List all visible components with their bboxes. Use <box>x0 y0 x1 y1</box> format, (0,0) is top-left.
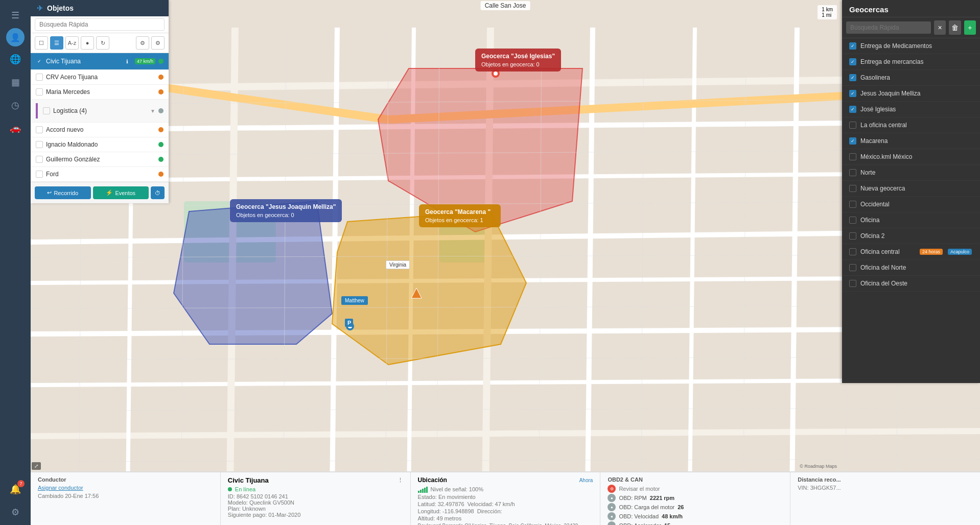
obj-checkbox[interactable] <box>36 156 43 163</box>
car-icon[interactable]: 🚗 <box>5 118 26 138</box>
filter-btn[interactable]: ⚙ <box>136 36 149 50</box>
obj-name: Logística (4) <box>53 107 147 114</box>
geo-checkbox[interactable]: ✓ <box>849 42 856 50</box>
obj-checkbox[interactable] <box>36 171 43 178</box>
svg-point-46 <box>348 324 352 328</box>
geo-checkbox[interactable] <box>849 264 856 271</box>
list-item[interactable]: Ford <box>31 167 169 182</box>
view-grid-btn[interactable]: ☐ <box>35 36 48 50</box>
geo-checkbox[interactable] <box>849 248 856 255</box>
info-btn[interactable]: ℹ <box>123 57 132 66</box>
svg-line-4 <box>31 122 980 130</box>
signal-label: Nivel de señal: 100% <box>431 486 483 492</box>
svg-line-9 <box>31 380 980 385</box>
obj-checkbox[interactable] <box>36 74 43 81</box>
expand-button[interactable]: ⤢ <box>32 462 41 470</box>
clock-icon[interactable]: ◷ <box>5 95 26 115</box>
svg-line-15 <box>485 28 491 497</box>
chart-icon[interactable]: ▦ <box>5 72 26 92</box>
list-item[interactable]: Accord nuevo <box>31 123 169 137</box>
map-background[interactable]: P Calle San Jose 1 km 1 mi Geocerca "Jos… <box>31 0 980 525</box>
map-area[interactable]: P Calle San Jose 1 km 1 mi Geocerca "Jos… <box>31 0 980 525</box>
recorrido-icon: ↩ <box>47 189 52 196</box>
list-item[interactable]: Oficina del Oeste <box>842 276 980 292</box>
geo-checkbox[interactable]: ✓ <box>849 58 856 65</box>
geo-checkbox[interactable]: ✓ <box>849 74 856 81</box>
obj-checkbox[interactable] <box>36 141 43 148</box>
list-item[interactable]: Occidental <box>842 197 980 212</box>
rpm-label: OBD: RPM <box>619 495 646 501</box>
eventos-button[interactable]: ⚡ Eventos <box>93 186 149 199</box>
settings-btn[interactable]: ⚙ <box>151 36 165 50</box>
settings-icon[interactable]: ⚙ <box>5 502 26 522</box>
scale-km: 1 km <box>822 7 833 12</box>
geo-checkbox[interactable] <box>849 280 856 287</box>
geo-checkbox[interactable]: ✓ <box>849 106 856 113</box>
geo-checkbox[interactable] <box>849 232 856 240</box>
list-item[interactable]: ✓ Civic Tijuana ℹ 47 km/h <box>31 53 169 70</box>
list-item[interactable]: ✓ Entrega de mercancias <box>842 54 980 70</box>
list-item[interactable]: Ignacio Maldonado <box>31 137 169 152</box>
svg-line-30 <box>641 28 644 497</box>
list-item[interactable]: ✓ Jesus Joaquin Melliza <box>842 86 980 102</box>
list-item[interactable]: Oficina 2 <box>842 228 980 244</box>
geo-name: Oficina del Norte <box>860 264 973 271</box>
geo-checkbox[interactable] <box>849 122 856 129</box>
avatar-icon[interactable]: 👤 <box>6 28 25 46</box>
obj-checkbox[interactable]: ✓ <box>36 58 43 65</box>
geo-search-input[interactable] <box>846 21 931 34</box>
view-list-btn[interactable]: ☰ <box>50 36 63 50</box>
svg-line-35 <box>31 150 980 155</box>
svg-line-16 <box>588 28 593 497</box>
history-button[interactable]: ⏱ <box>151 186 165 199</box>
list-item[interactable]: Oficina central 24 horas Acapulco <box>842 244 980 260</box>
list-item[interactable]: ✓ José Iglesias <box>842 102 980 117</box>
geocerca-add-btn[interactable]: + <box>964 20 976 35</box>
list-item[interactable]: Guillermo González <box>31 152 169 167</box>
objects-search-input[interactable] <box>35 18 165 31</box>
svg-point-43 <box>494 71 498 76</box>
map-svg: P <box>31 0 980 525</box>
geo-checkbox[interactable] <box>849 217 856 224</box>
list-item[interactable]: ✓ Gasolinera <box>842 70 980 86</box>
sort-az-btn[interactable]: A-z <box>65 36 79 50</box>
list-item[interactable]: Logística (4) ▼ <box>31 100 169 123</box>
menu-icon[interactable]: ☰ <box>5 5 26 26</box>
obj-checkbox[interactable] <box>36 88 43 96</box>
list-item[interactable]: Oficina <box>842 212 980 228</box>
more-icon[interactable]: ⋮ <box>398 477 403 484</box>
list-item[interactable]: Oficina del Norte <box>842 260 980 276</box>
svg-text:P: P <box>347 320 351 326</box>
recorrido-button[interactable]: ↩ Recorrido <box>35 186 91 199</box>
geo-list: ✓ Entrega de Medicamentos ✓ Entrega de m… <box>842 38 980 383</box>
assign-driver-link[interactable]: Asignar conductor <box>38 485 213 491</box>
geocerca-delete-btn[interactable]: × <box>934 20 946 35</box>
geo-checkbox[interactable]: ✓ <box>849 137 856 145</box>
obj-checkbox[interactable] <box>36 126 43 133</box>
list-item[interactable]: ✓ Macarena <box>842 133 980 149</box>
geocerca-tooltip-melliza: Geocerca "Jesus Joaquin Melliza" Objetos… <box>230 199 342 222</box>
geo-checkbox[interactable] <box>849 201 856 208</box>
dot-btn[interactable]: ● <box>81 36 94 50</box>
list-item[interactable]: La oficina central <box>842 117 980 133</box>
list-item[interactable]: CRV Acero Tijuana <box>31 70 169 85</box>
list-item[interactable]: Maria Mercedes <box>31 85 169 100</box>
geo-checkbox[interactable] <box>849 185 856 192</box>
geo-checkbox[interactable] <box>849 169 856 176</box>
refresh-btn[interactable]: ↻ <box>96 36 109 50</box>
svg-line-36 <box>31 201 980 206</box>
list-item[interactable]: México.kml México <box>842 149 980 165</box>
notification-icon[interactable]: 🔔 7 <box>5 479 26 499</box>
geocerca-trash-btn[interactable]: 🗑 <box>949 20 961 35</box>
globe-icon[interactable]: 🌐 <box>5 49 26 69</box>
geo-checkbox[interactable]: ✓ <box>849 90 856 97</box>
list-item[interactable]: ✓ Entrega de Medicamentos <box>842 38 980 54</box>
geo-checkbox[interactable] <box>849 153 856 160</box>
online-dot <box>228 487 232 491</box>
carga-label: OBD: Carga del motor <box>619 504 674 510</box>
geocerca-macarena-title: Geocerca "Macarena " <box>425 208 495 216</box>
obj-checkbox[interactable] <box>43 107 50 114</box>
list-item[interactable]: Norte <box>842 165 980 181</box>
list-item[interactable]: Nueva geocerca <box>842 181 980 197</box>
geo-name: Macarena <box>860 137 973 145</box>
